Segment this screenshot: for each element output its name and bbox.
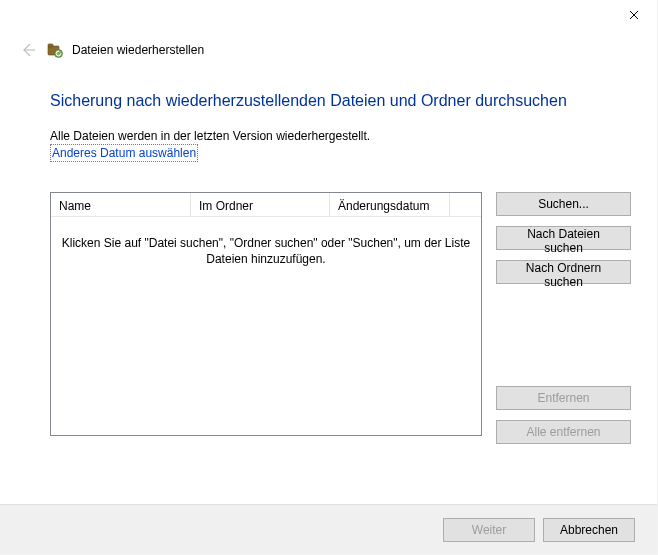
column-spacer <box>450 193 481 217</box>
search-button[interactable]: Suchen... <box>496 192 631 216</box>
next-button: Weiter <box>443 518 535 542</box>
window-close-button[interactable] <box>611 0 657 30</box>
choose-date-link[interactable]: Anderes Datum auswählen <box>50 144 198 162</box>
remove-button: Entfernen <box>496 386 631 410</box>
side-buttons-bottom: Entfernen Alle entfernen <box>496 386 631 444</box>
file-list-body: Klicken Sie auf "Datei suchen", "Ordner … <box>51 217 481 435</box>
file-list-header: Name Im Ordner Änderungsdatum <box>51 193 481 217</box>
workarea: Name Im Ordner Änderungsdatum Klicken Si… <box>50 192 631 444</box>
remove-all-button: Alle entfernen <box>496 420 631 444</box>
wizard-header: Dateien wiederherstellen <box>18 40 639 60</box>
back-arrow-icon <box>20 42 36 58</box>
column-folder[interactable]: Im Ordner <box>191 193 330 217</box>
close-icon <box>629 10 639 20</box>
column-date[interactable]: Änderungsdatum <box>330 193 450 217</box>
file-list: Name Im Ordner Änderungsdatum Klicken Si… <box>50 192 482 436</box>
side-buttons-top: Suchen... Nach Dateien suchen Nach Ordne… <box>496 192 631 284</box>
page-subtext: Alle Dateien werden in der letzten Versi… <box>50 129 370 143</box>
page-heading: Sicherung nach wiederherzustellenden Dat… <box>50 92 627 110</box>
titlebar <box>0 0 657 32</box>
search-files-button[interactable]: Nach Dateien suchen <box>496 226 631 250</box>
column-name[interactable]: Name <box>51 193 191 217</box>
wizard-footer: Weiter Abbrechen <box>0 504 657 554</box>
file-list-placeholder: Klicken Sie auf "Datei suchen", "Ordner … <box>59 235 473 267</box>
restore-files-icon <box>46 41 64 59</box>
svg-rect-1 <box>48 44 53 47</box>
page-subtext-block: Alle Dateien werden in der letzten Versi… <box>50 128 627 162</box>
cancel-button[interactable]: Abbrechen <box>543 518 635 542</box>
search-folders-button[interactable]: Nach Ordnern suchen <box>496 260 631 284</box>
back-button[interactable] <box>18 40 38 60</box>
wizard-title: Dateien wiederherstellen <box>72 43 204 57</box>
